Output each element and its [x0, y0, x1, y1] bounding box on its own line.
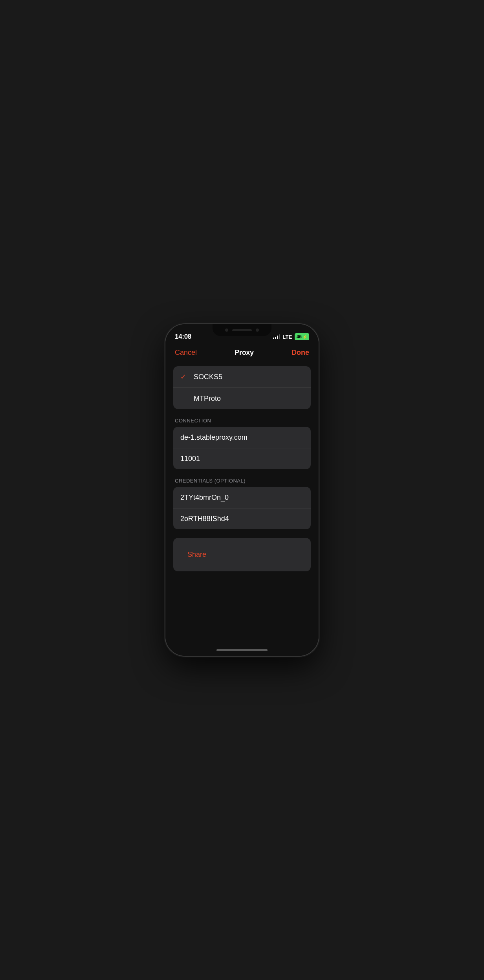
- notch: [213, 324, 271, 336]
- battery-icon: 46 ⚡: [295, 333, 309, 340]
- username-row[interactable]: 2TYt4bmrOn_0: [173, 487, 311, 508]
- status-time: 14:08: [175, 333, 191, 341]
- share-button[interactable]: Share: [180, 544, 213, 565]
- port-row[interactable]: 11001: [173, 448, 311, 469]
- checkmark-icon: ✓: [180, 373, 188, 381]
- lte-label: LTE: [282, 334, 292, 340]
- content-area: ✓ SOCKS5 ✓ MTProto CONNECTION de-1.stabl…: [165, 363, 319, 646]
- cancel-button[interactable]: Cancel: [175, 349, 197, 357]
- battery-charging-icon: ⚡: [302, 335, 307, 339]
- credentials-card: 2TYt4bmrOn_0 2oRTH88IShd4: [173, 487, 311, 529]
- nav-bar: Cancel Proxy Done: [165, 344, 319, 363]
- share-card[interactable]: Share: [173, 538, 311, 571]
- proxy-type-card: ✓ SOCKS5 ✓ MTProto: [173, 366, 311, 409]
- server-row[interactable]: de-1.stableproxy.com: [173, 427, 311, 448]
- home-indicator: [165, 646, 319, 656]
- credentials-section: CREDENTIALS (OPTIONAL) 2TYt4bmrOn_0 2oRT…: [173, 478, 311, 529]
- signal-icon: [273, 334, 280, 339]
- status-right: LTE 46 ⚡: [273, 333, 309, 340]
- notch-speaker: [232, 329, 252, 331]
- credentials-label: CREDENTIALS (OPTIONAL): [173, 478, 311, 484]
- notch-camera: [225, 329, 228, 332]
- signal-bar-2: [275, 337, 276, 339]
- proxy-type-socks5[interactable]: ✓ SOCKS5: [173, 366, 311, 387]
- username-field: 2TYt4bmrOn_0: [180, 494, 229, 502]
- signal-bar-1: [273, 338, 274, 339]
- page-title: Proxy: [235, 349, 254, 357]
- port-field: 11001: [180, 455, 200, 463]
- notch-sensor: [256, 329, 259, 332]
- connection-label: CONNECTION: [173, 418, 311, 424]
- home-bar: [216, 649, 268, 651]
- password-row[interactable]: 2oRTH88IShd4: [173, 508, 311, 529]
- battery-percent: 46: [297, 334, 302, 340]
- phone-screen: 14:08 LTE 46 ⚡ Cancel Proxy Done: [165, 324, 319, 656]
- connection-section: CONNECTION de-1.stableproxy.com 11001: [173, 418, 311, 469]
- done-button[interactable]: Done: [292, 349, 309, 357]
- signal-bar-3: [277, 336, 278, 339]
- password-field: 2oRTH88IShd4: [180, 515, 229, 523]
- connection-card: de-1.stableproxy.com 11001: [173, 427, 311, 469]
- share-row[interactable]: Share: [173, 538, 311, 571]
- mtproto-option: MTProto: [194, 395, 221, 403]
- server-field: de-1.stableproxy.com: [180, 433, 248, 442]
- signal-bar-4: [279, 334, 280, 339]
- socks5-option: SOCKS5: [194, 373, 222, 381]
- phone-shell: 14:08 LTE 46 ⚡ Cancel Proxy Done: [165, 324, 319, 656]
- proxy-type-mtproto[interactable]: ✓ MTProto: [173, 387, 311, 409]
